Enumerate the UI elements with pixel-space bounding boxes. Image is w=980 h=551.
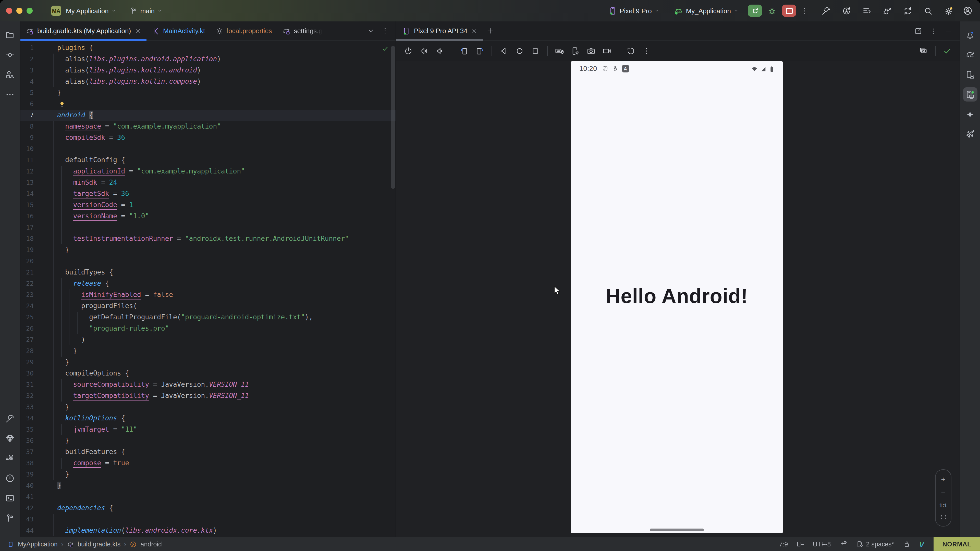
- code-line[interactable]: 26 "proguard-rules.pro": [21, 323, 396, 334]
- code-line[interactable]: 22 release {: [21, 278, 396, 289]
- rotate-right-button[interactable]: [474, 44, 486, 57]
- line-number[interactable]: 32: [21, 390, 34, 402]
- device-status-ok[interactable]: [941, 44, 953, 57]
- line-number[interactable]: 8: [21, 121, 34, 132]
- device-screen[interactable]: 10:20 A Hello Android!: [571, 61, 783, 533]
- line-number[interactable]: 20: [21, 256, 34, 267]
- line-number[interactable]: 2: [21, 54, 34, 65]
- breadcrumb-file[interactable]: build.gradle.kts: [78, 540, 121, 548]
- code-line[interactable]: 17: [21, 222, 396, 233]
- intention-bulb-icon[interactable]: [59, 100, 65, 108]
- device-selector[interactable]: Pixel 9 Pro: [608, 6, 659, 15]
- editor-tab-4[interactable]: settings.g: [277, 21, 328, 40]
- tool-version-control[interactable]: [3, 511, 17, 525]
- code-line[interactable]: 36 }: [21, 435, 396, 446]
- debug-button[interactable]: [767, 6, 777, 16]
- ai-assistant-off-icon[interactable]: [840, 540, 847, 548]
- line-number[interactable]: 25: [21, 312, 34, 323]
- tool-notifications[interactable]: [963, 27, 977, 42]
- line-number[interactable]: 38: [21, 457, 34, 469]
- line-number[interactable]: 11: [21, 155, 34, 166]
- code-line[interactable]: 28 }: [21, 345, 396, 357]
- caret-position-widget[interactable]: 7:9: [779, 540, 788, 548]
- code-line[interactable]: 4 alias(libs.plugins.kotlin.compose): [21, 76, 396, 87]
- code-line[interactable]: 29 }: [21, 357, 396, 368]
- back-button[interactable]: [498, 44, 510, 57]
- line-number[interactable]: 43: [21, 514, 34, 525]
- code-line[interactable]: 24 proguardFiles(: [21, 300, 396, 312]
- code-line[interactable]: 25 getDefaultProguardFile("proguard-andr…: [21, 312, 396, 323]
- code-line[interactable]: 39 }: [21, 469, 396, 480]
- code-line[interactable]: 37 buildFeatures {: [21, 446, 396, 457]
- code-line[interactable]: 30 compileOptions {: [21, 368, 396, 379]
- line-number[interactable]: 17: [21, 222, 34, 233]
- line-number[interactable]: 39: [21, 469, 34, 480]
- line-number[interactable]: 6: [21, 98, 34, 110]
- line-number[interactable]: 27: [21, 334, 34, 345]
- editor-options-button[interactable]: [381, 27, 389, 35]
- line-number[interactable]: 13: [21, 177, 34, 188]
- line-number[interactable]: 22: [21, 278, 34, 289]
- line-number[interactable]: 14: [21, 188, 34, 200]
- line-number[interactable]: 34: [21, 413, 34, 424]
- vcs-branch-selector[interactable]: main: [130, 6, 162, 15]
- tool-app-quality-insights[interactable]: [3, 431, 17, 445]
- line-number[interactable]: 33: [21, 402, 34, 413]
- ideavim-icon[interactable]: V: [919, 540, 924, 548]
- line-number[interactable]: 37: [21, 446, 34, 457]
- code-line[interactable]: 34 kotlinOptions {: [21, 413, 396, 424]
- add-device-tab-button[interactable]: [487, 27, 494, 35]
- apply-changes-button[interactable]: [842, 6, 851, 16]
- panel-options-button[interactable]: [930, 27, 937, 35]
- tool-running-devices[interactable]: [963, 87, 977, 102]
- tool-build[interactable]: [3, 411, 17, 426]
- line-number[interactable]: 10: [21, 143, 34, 155]
- breadcrumb-element[interactable]: android: [141, 540, 162, 548]
- home-button[interactable]: [514, 44, 526, 57]
- ui-inspector-button[interactable]: [917, 44, 929, 57]
- close-window-button[interactable]: [6, 8, 12, 14]
- line-number[interactable]: 19: [21, 245, 34, 256]
- line-number[interactable]: 30: [21, 368, 34, 379]
- line-number[interactable]: 15: [21, 200, 34, 211]
- screenshot-button[interactable]: [585, 44, 597, 57]
- line-number[interactable]: 5: [21, 87, 34, 98]
- tool-problems[interactable]: [3, 471, 17, 485]
- build-project-button[interactable]: [821, 6, 831, 16]
- minimize-window-button[interactable]: [16, 8, 22, 14]
- tool-device-manager[interactable]: [963, 67, 977, 82]
- volume-up-button[interactable]: [418, 44, 430, 57]
- code-line[interactable]: 8 namespace = "com.example.myapplication…: [21, 121, 396, 132]
- tool-gradle[interactable]: [963, 48, 977, 62]
- line-number[interactable]: 36: [21, 435, 34, 446]
- volume-down-button[interactable]: [434, 44, 446, 57]
- rerun-button[interactable]: [748, 5, 762, 17]
- editor-tab-3[interactable]: local.properties: [210, 21, 277, 40]
- snapshot-reset-button[interactable]: [625, 44, 637, 57]
- screen-record-button[interactable]: [601, 44, 613, 57]
- line-number[interactable]: 42: [21, 503, 34, 514]
- device-tab[interactable]: Pixel 9 Pro API 34: [396, 21, 481, 40]
- line-number[interactable]: 31: [21, 379, 34, 390]
- zoom-out-button[interactable]: −: [941, 489, 945, 496]
- line-number[interactable]: 23: [21, 289, 34, 300]
- code-line[interactable]: 23 isMinifyEnabled = false: [21, 289, 396, 300]
- code-line[interactable]: 15 versionCode = 1: [21, 200, 396, 211]
- inspections-ok-icon[interactable]: [381, 45, 389, 52]
- line-number[interactable]: 16: [21, 211, 34, 222]
- code-line[interactable]: 2 alias(libs.plugins.android.application…: [21, 54, 396, 65]
- tool-gemini[interactable]: [963, 107, 977, 121]
- file-lock-icon[interactable]: [903, 540, 910, 548]
- navigation-handle[interactable]: [650, 529, 704, 531]
- line-number[interactable]: 35: [21, 424, 34, 435]
- code-line[interactable]: 5}: [21, 87, 396, 98]
- code-line[interactable]: 16 versionName = "1.0": [21, 211, 396, 222]
- encoding-widget[interactable]: UTF-8: [813, 540, 831, 548]
- line-number[interactable]: 40: [21, 480, 34, 491]
- line-number[interactable]: 1: [21, 42, 34, 54]
- code-line[interactable]: 12 applicationId = "com.example.myapplic…: [21, 166, 396, 177]
- attach-debugger-button[interactable]: [883, 6, 892, 16]
- line-number[interactable]: 26: [21, 323, 34, 334]
- open-in-new-window-button[interactable]: [914, 27, 922, 35]
- code-line[interactable]: 44 implementation(libs.androidx.core.ktx…: [21, 525, 396, 536]
